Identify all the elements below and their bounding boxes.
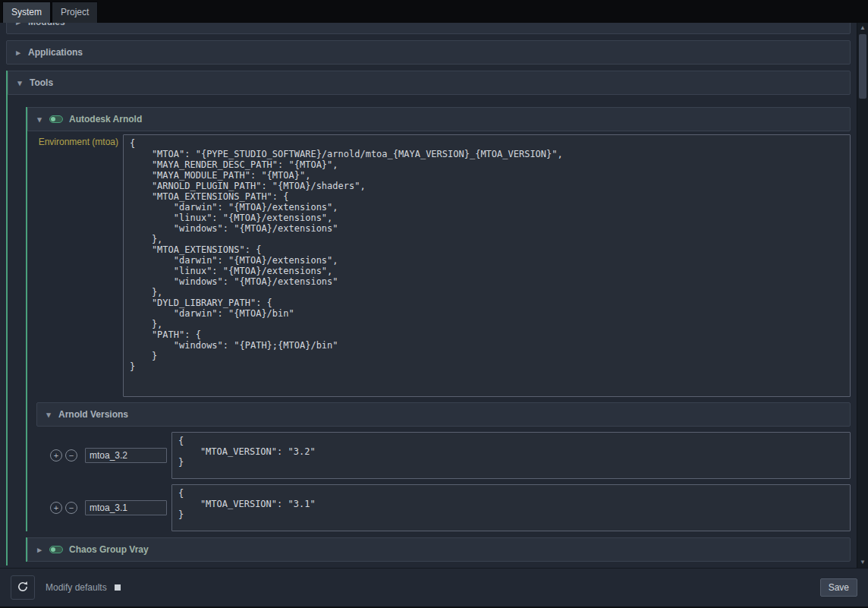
environment-mtoa-editor[interactable]: { "MTOA": "{PYPE_STUDIO_SOFTWARE}/arnold… bbox=[123, 134, 851, 397]
add-version-button[interactable]: + bbox=[50, 449, 62, 462]
chevron-down-icon: ▾ bbox=[16, 78, 24, 88]
modify-defaults-label: Modify defaults bbox=[46, 582, 107, 593]
section-arnold-versions: ▾ Arnold Versions + − { "MTOA bbox=[27, 402, 851, 531]
section-title-chaos-group-vray: Chaos Group Vray bbox=[69, 544, 149, 555]
tab-system[interactable]: System bbox=[2, 2, 51, 23]
arnold-enabled-toggle[interactable] bbox=[49, 115, 63, 123]
section-title-autodesk-arnold: Autodesk Arnold bbox=[69, 114, 142, 124]
environment-row: Environment (mtoa) { "MTOA": "{PYPE_STUD… bbox=[27, 134, 851, 397]
toggle-knob-icon bbox=[51, 547, 55, 552]
section-chaos-group-vray: ▸ Chaos Group Vray bbox=[26, 537, 851, 562]
save-button[interactable]: Save bbox=[820, 578, 857, 597]
window-tab-bar: System Project bbox=[0, 0, 868, 23]
version-row-controls: + − bbox=[36, 500, 167, 515]
section-header-autodesk-arnold[interactable]: ▾ Autodesk Arnold bbox=[27, 107, 851, 131]
chevron-right-icon: ▸ bbox=[14, 48, 22, 58]
vertical-scrollbar[interactable]: ▲ ▼ bbox=[857, 23, 868, 568]
version-value-editor[interactable]: { "MTOA_VERSION": "3.1" } bbox=[171, 484, 851, 531]
chevron-down-icon: ▾ bbox=[45, 410, 52, 420]
environment-mtoa-label: Environment (mtoa) bbox=[27, 134, 123, 147]
section-header-arnold-versions[interactable]: ▾ Arnold Versions bbox=[36, 402, 851, 427]
toggle-knob-icon bbox=[51, 117, 55, 121]
section-modules: ▸ Modules bbox=[6, 23, 851, 34]
version-value-editor[interactable]: { "MTOA_VERSION": "3.2" } bbox=[171, 432, 851, 479]
vray-enabled-toggle[interactable] bbox=[49, 546, 63, 553]
section-header-modules[interactable]: ▸ Modules bbox=[6, 23, 851, 34]
section-autodesk-arnold: ▾ Autodesk Arnold Environment (mtoa) { "… bbox=[26, 107, 851, 531]
refresh-button[interactable] bbox=[11, 575, 35, 600]
chevron-right-icon: ▸ bbox=[36, 545, 43, 555]
scroll-up-arrow-icon[interactable]: ▲ bbox=[857, 23, 868, 33]
arnold-body: Environment (mtoa) { "MTOA": "{PYPE_STUD… bbox=[27, 134, 851, 531]
section-title-tools: Tools bbox=[30, 77, 53, 88]
version-row: + − { "MTOA_VERSION": "3.2" } bbox=[36, 432, 851, 479]
modify-defaults-checkbox[interactable] bbox=[115, 584, 121, 591]
version-row-controls: + − bbox=[36, 448, 167, 463]
remove-version-button[interactable]: − bbox=[65, 502, 77, 514]
footer-bar: Modify defaults Save bbox=[0, 568, 868, 606]
section-title-modules: Modules bbox=[28, 23, 65, 27]
chevron-down-icon: ▾ bbox=[36, 115, 43, 124]
settings-scroll-area: ▸ Modules ▸ Applications ▾ Tools ▾ bbox=[0, 23, 857, 568]
section-header-tools[interactable]: ▾ Tools bbox=[8, 71, 851, 95]
add-version-button[interactable]: + bbox=[50, 502, 62, 514]
version-row: + − { "MTOA_VERSION": "3.1" } bbox=[36, 484, 851, 531]
version-key-input[interactable] bbox=[85, 448, 167, 463]
remove-version-button[interactable]: − bbox=[65, 449, 77, 462]
tools-body: ▾ Autodesk Arnold Environment (mtoa) { "… bbox=[8, 95, 851, 565]
scrollbar-thumb[interactable] bbox=[859, 34, 866, 99]
tab-project[interactable]: Project bbox=[52, 2, 98, 23]
section-title-applications: Applications bbox=[28, 47, 83, 58]
section-title-arnold-versions: Arnold Versions bbox=[58, 409, 128, 420]
section-header-chaos-group-vray[interactable]: ▸ Chaos Group Vray bbox=[27, 537, 851, 562]
section-tools: ▾ Tools ▾ Autodesk Arnold Environment (m… bbox=[6, 71, 851, 565]
settings-content: ▸ Modules ▸ Applications ▾ Tools ▾ bbox=[0, 23, 868, 568]
version-key-input[interactable] bbox=[85, 500, 167, 515]
section-applications: ▸ Applications bbox=[6, 40, 851, 65]
section-header-applications[interactable]: ▸ Applications bbox=[6, 40, 851, 65]
refresh-icon bbox=[17, 581, 29, 595]
chevron-right-icon: ▸ bbox=[14, 23, 22, 27]
scroll-down-arrow-icon[interactable]: ▼ bbox=[857, 557, 868, 568]
